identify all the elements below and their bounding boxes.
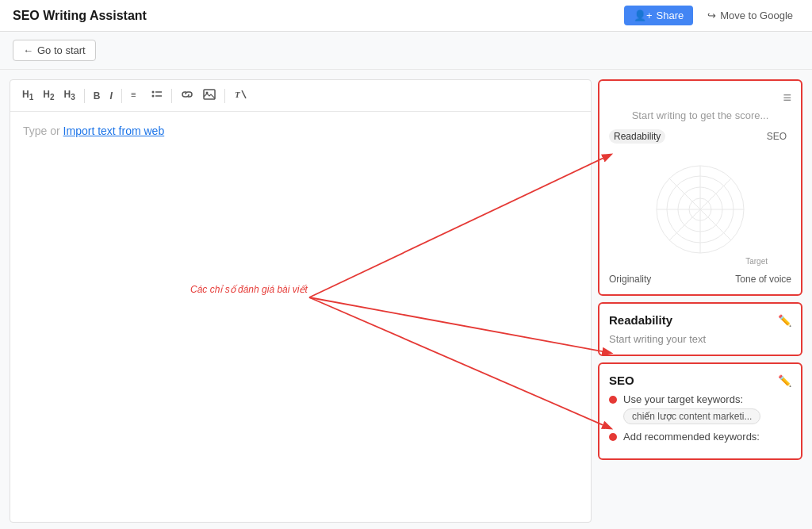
menu-icon[interactable]: ≡ [783,90,791,105]
italic-btn[interactable]: I [105,88,116,104]
share-button[interactable]: 👤+ Share [624,6,693,25]
seo-bullet-1-content: Use your target keywords: chiến lược con… [623,393,760,424]
svg-line-8 [242,90,246,98]
separator-2 [121,89,122,103]
link-btn[interactable] [177,86,197,105]
seo-bullet-1: Use your target keywords: chiến lược con… [609,393,791,424]
unordered-list-btn[interactable] [147,86,167,105]
score-card: ≡ Start writing to get the score... Read… [598,79,802,296]
tab-seo[interactable]: SEO [762,129,791,144]
move-to-google-button[interactable]: ↪ Move to Google [701,6,799,25]
main-content: H1 H2 H3 B I ≡ [0,70,812,529]
readability-card: Readability ✏️ Start writing your text [598,302,802,356]
svg-point-6 [205,92,208,94]
tab-tone[interactable]: Tone of voice [735,274,791,285]
seo-bullet-dot-2 [609,433,617,441]
tab-readability[interactable]: Readability [609,129,665,144]
ordered-list-btn[interactable]: ≡ [127,86,146,105]
score-card-header: ≡ [609,90,791,105]
editor-placeholder: Type or [23,125,63,137]
seo-card: SEO ✏️ Use your target keywords: chiến l… [598,362,802,460]
svg-point-1 [151,91,154,94]
readability-title-row: Readability ✏️ [609,313,791,327]
target-label: Target [745,257,768,266]
h2-btn[interactable]: H2 [39,86,58,105]
editor-area: H1 H2 H3 B I ≡ [10,79,592,523]
toolbar: H1 H2 H3 B I ≡ [10,80,591,112]
page-wrapper: SEO Writing Assistant 👤+ Share ↪ Move to… [0,0,812,529]
seo-title-row: SEO ✏️ [609,374,791,387]
image-btn[interactable] [199,86,220,105]
readability-subtitle: Start writing your text [609,333,791,345]
go-to-start-button[interactable]: ← Go to start [13,40,96,61]
seo-bullet-dot-1 [609,396,617,404]
readability-title: Readability [609,313,672,327]
move-icon: ↪ [707,10,716,21]
h3-btn[interactable]: H3 [59,86,79,105]
back-arrow-icon: ← [23,44,33,56]
score-placeholder: Start writing to get the score... [609,109,791,121]
separator-3 [171,89,172,103]
import-text-link[interactable]: Import text from web [63,125,165,137]
separator-4 [224,89,225,103]
editor-body[interactable]: Type or Import text from web [10,112,591,522]
score-bottom-tabs: Originality Tone of voice [609,274,791,285]
seo-bullet-2-text: Add recommended keywords: [623,431,760,443]
svg-point-3 [151,95,154,98]
bold-btn[interactable]: B [90,88,105,104]
app-title: SEO Writing Assistant [13,9,147,23]
svg-text:≡: ≡ [131,90,136,99]
tab-originality[interactable]: Originality [609,274,651,285]
sidebar: ≡ Start writing to get the score... Read… [598,79,802,523]
seo-edit-icon[interactable]: ✏️ [778,374,791,387]
sub-header: ← Go to start [0,32,812,70]
header-actions: 👤+ Share ↪ Move to Google [624,6,799,25]
header: SEO Writing Assistant 👤+ Share ↪ Move to… [0,0,812,32]
svg-text:T: T [235,90,241,99]
svg-rect-5 [204,90,215,99]
readability-edit-icon[interactable]: ✏️ [778,314,791,327]
score-tabs: Readability SEO [609,129,791,144]
keyword-tag[interactable]: chiến lược content marketi... [623,408,760,424]
seo-bullet-1-text: Use your target keywords: [623,393,760,405]
radar-chart [637,158,764,261]
seo-title: SEO [609,374,634,387]
share-icon: 👤+ [634,10,653,21]
h1-btn[interactable]: H1 [18,86,37,105]
clear-format-btn[interactable]: T [230,86,251,105]
separator-1 [84,89,85,103]
seo-bullet-2: Add recommended keywords: [609,431,791,443]
radar-chart-container: Target [609,151,791,267]
